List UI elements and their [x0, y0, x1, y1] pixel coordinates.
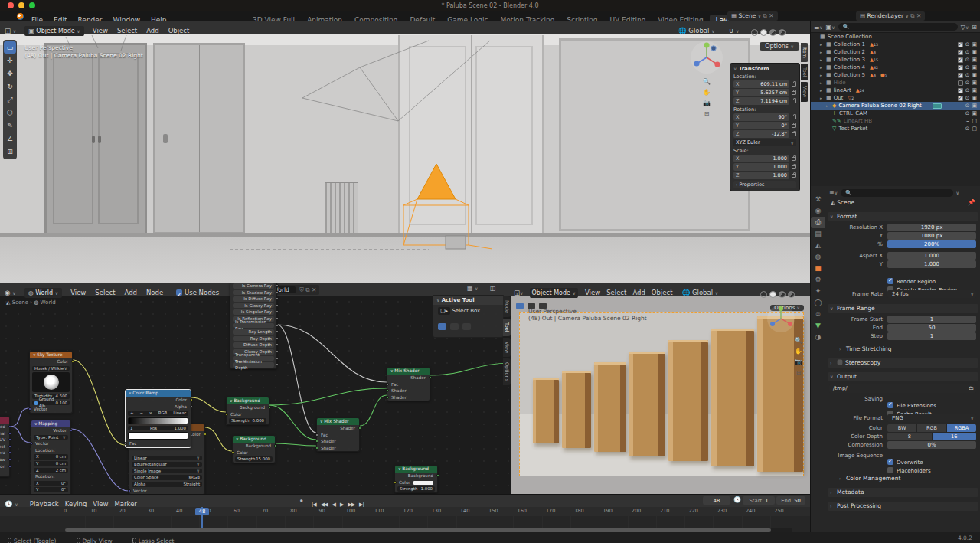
- node-input-shader[interactable]: Shader: [387, 394, 430, 401]
- output-socket[interactable]: [276, 291, 279, 294]
- expand-arrow-icon[interactable]: ▸: [820, 42, 826, 47]
- panel-checkbox[interactable]: [838, 360, 843, 365]
- node-title[interactable]: ∨ Color Ramp: [126, 390, 191, 397]
- panel-expand-icon[interactable]: ›: [839, 345, 841, 354]
- camera-view-icon[interactable]: 📷: [701, 98, 712, 109]
- blender-logo-icon[interactable]: [17, 13, 24, 20]
- delete-scene-icon[interactable]: ✕: [769, 12, 773, 19]
- output-color-buttons[interactable]: BWRGBRGBA: [887, 424, 976, 432]
- panel-expand-icon[interactable]: ›: [839, 474, 841, 483]
- node-title[interactable]: ∨ Mix Shader: [317, 418, 359, 425]
- outliner-row[interactable]: ▸▦Hide⊙▣: [811, 79, 980, 87]
- output-socket[interactable]: [358, 427, 361, 430]
- exclude-checkbox[interactable]: [958, 80, 963, 86]
- expand-arrow-icon[interactable]: ▸: [820, 65, 826, 70]
- input-socket[interactable]: [225, 413, 228, 416]
- node-dropdown-equirectangular[interactable]: Equirectangular∨: [129, 461, 204, 468]
- scale-z-field[interactable]: Z1.000: [733, 172, 796, 179]
- node-input-fac[interactable]: Fac: [387, 381, 430, 388]
- sidebar-tab-view[interactable]: View: [801, 82, 808, 101]
- node-input-shader[interactable]: Shader: [317, 438, 359, 445]
- time-stretching-panel-header[interactable]: ›Time Stretching: [837, 345, 978, 354]
- input-socket[interactable]: [315, 440, 318, 443]
- format-y-field[interactable]: 1.000: [887, 260, 976, 268]
- scale-x-field[interactable]: X1.000: [733, 155, 796, 162]
- node-value-z[interactable]: Z2 cm: [31, 467, 70, 474]
- transform-panel-title[interactable]: ∨ Transform: [733, 66, 796, 72]
- exclude-checkbox[interactable]: [958, 50, 963, 55]
- input-socket[interactable]: [386, 383, 389, 386]
- outliner-row[interactable]: ▸◆Camera Paluba Scene 02 Right⊙▣: [811, 102, 980, 110]
- eye-open-icon[interactable]: ⊙: [965, 87, 970, 93]
- render-visibility-camera-icon[interactable]: ▣: [972, 80, 977, 86]
- node-value-alpha[interactable]: AlphaStraight: [129, 481, 204, 488]
- node-background-2[interactable]: ∨ BackgroundBackgroundColorStrength15.00…: [232, 435, 276, 463]
- color-management-panel-header[interactable]: ›Color Management: [837, 474, 978, 483]
- shading-wireframe-icon[interactable]: [760, 291, 767, 298]
- outliner-row[interactable]: ▸▦Collection 2▲4⊙▣: [811, 48, 980, 56]
- viewport-3d-main[interactable]: ◲ ∨ ▣ Object Mode ∨ ViewSelectAddObject …: [0, 21, 810, 283]
- format-aspect-x-field[interactable]: 1.000: [887, 252, 976, 260]
- outliner-row[interactable]: ✎✎LineArt HB⌣▢: [811, 117, 980, 125]
- pan-hand-icon[interactable]: ✋: [701, 87, 712, 98]
- scale-tool-icon[interactable]: ⤢: [4, 93, 16, 106]
- render-layer-selector[interactable]: ▤ RenderLayer ∨ ⧉ ✕: [856, 11, 925, 21]
- output-socket[interactable]: [268, 406, 271, 409]
- ortho-grid-icon[interactable]: ⊞: [701, 109, 712, 119]
- output-socket[interactable]: [276, 297, 279, 300]
- rotate-tool-icon[interactable]: ↻: [4, 80, 16, 93]
- shader-node-editor[interactable]: ◉ ∨ ◍ World ∨ ViewSelectAddNode Use Node…: [0, 283, 511, 494]
- ramp-control-RGB[interactable]: RGB: [158, 410, 168, 417]
- node-output-transmission-depth[interactable]: Transmission Depth: [230, 361, 276, 368]
- viewport-object-menu[interactable]: Object: [648, 286, 676, 299]
- output-socket[interactable]: [276, 343, 279, 346]
- outliner-search-input[interactable]: 🔍: [838, 23, 958, 31]
- eye-open-icon[interactable]: ⊙: [965, 126, 970, 132]
- node-input-fac[interactable]: Fac: [317, 432, 359, 439]
- node-output-normal[interactable]: Normal: [0, 430, 9, 437]
- lock-icon[interactable]: [792, 157, 796, 161]
- move-tool-icon[interactable]: ✥: [4, 67, 16, 80]
- box-select-tool-icon[interactable]: [516, 303, 524, 309]
- output-socket[interactable]: [8, 458, 11, 461]
- node-title[interactable]: ∨ Background: [227, 397, 269, 404]
- navigation-gizmo[interactable]: [767, 305, 795, 332]
- frame-range-step-field[interactable]: 1: [887, 332, 976, 340]
- output-socket[interactable]: [70, 429, 73, 432]
- outliner-row[interactable]: ▸▦Collection 4▲42⊙▣: [811, 64, 980, 71]
- location-z-field[interactable]: Z7.1194 cm: [733, 97, 796, 105]
- render-tab-icon[interactable]: ◉: [811, 205, 825, 217]
- output-socket[interactable]: [204, 433, 207, 436]
- input-socket[interactable]: [315, 433, 318, 437]
- output-socket[interactable]: [8, 465, 11, 468]
- output-socket[interactable]: [190, 405, 193, 408]
- shading-solid-icon[interactable]: [760, 29, 767, 36]
- orientation-dropdown[interactable]: 🌐 Global ∨: [680, 286, 721, 299]
- object-tab-icon[interactable]: ■: [811, 263, 825, 274]
- node-value-strength[interactable]: Strength1.000: [395, 486, 437, 492]
- panel-expand-icon[interactable]: ∨: [830, 212, 833, 221]
- input-socket[interactable]: [394, 481, 397, 484]
- node-dropdown-single-image[interactable]: Single Image∨: [129, 468, 204, 475]
- viewport-3d-camera[interactable]: ◲∨ Object Mode ∨ ViewSelectAddObject 🌐 G…: [511, 283, 810, 494]
- output-overwrite-checkbox[interactable]: Overwrite: [887, 453, 923, 460]
- exclude-checkbox[interactable]: [958, 65, 963, 70]
- render-visibility-camera-icon[interactable]: ▢: [972, 118, 977, 124]
- output-socket[interactable]: [276, 304, 279, 307]
- current-frame-field[interactable]: 48: [703, 496, 730, 505]
- lock-icon[interactable]: [792, 91, 796, 95]
- viewport-select-menu[interactable]: Select: [603, 286, 629, 299]
- output-socket[interactable]: [276, 363, 279, 366]
- node-dropdown-hosek-/-wilkie[interactable]: Hosek / Wilkie∨: [30, 365, 72, 372]
- chevron-down-icon[interactable]: ∨: [956, 190, 959, 195]
- lock-icon[interactable]: [792, 174, 796, 178]
- output-socket[interactable]: [8, 438, 11, 441]
- node-title[interactable]: ∨ Background: [395, 466, 437, 473]
- node-output-uv[interactable]: UV: [0, 437, 9, 443]
- node-mix-shader-1[interactable]: ∨ Mix ShaderShaderFacShaderShader: [316, 417, 360, 452]
- metadata-panel-header[interactable]: ›Metadata: [828, 488, 978, 497]
- shading-material-icon[interactable]: [779, 291, 786, 298]
- format-resolution-x-field[interactable]: 1920 px: [887, 224, 976, 231]
- ramp-control-−[interactable]: −: [139, 410, 143, 417]
- node-output-generated[interactable]: Generated: [0, 424, 9, 430]
